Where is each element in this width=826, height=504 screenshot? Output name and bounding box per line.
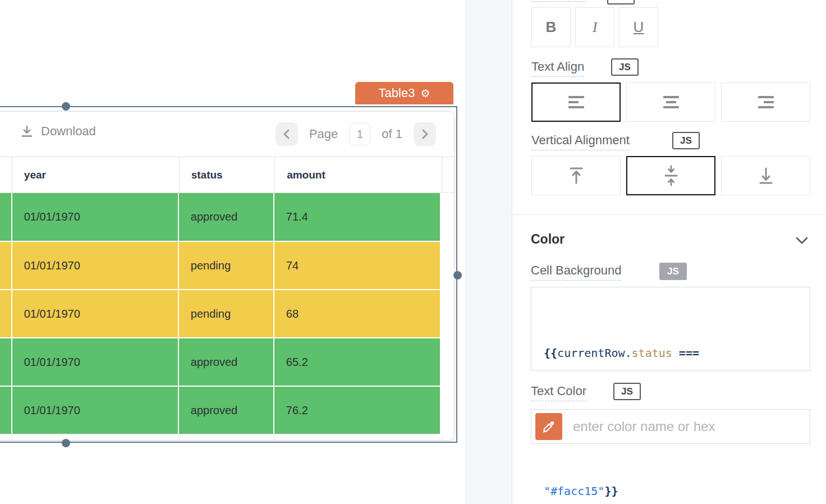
table-row[interactable]: 01/01/1970 approved 76.2 [0, 386, 454, 434]
table-row[interactable]: 01/01/1970 pending 68 [0, 289, 454, 337]
widget-tag-label: Table3 [379, 86, 415, 100]
valign-bottom-button[interactable] [721, 156, 810, 195]
code-line: {{currentRow.status === [544, 342, 797, 365]
cell-year[interactable]: 01/01/1970 [12, 242, 179, 289]
valign-bottom-icon [756, 165, 776, 186]
text-align-label[interactable]: Text Align [531, 59, 584, 77]
cell-year[interactable]: 01/01/1970 [12, 387, 179, 434]
italic-icon: I [593, 19, 598, 36]
chevron-right-icon [420, 129, 429, 140]
editor-canvas[interactable]: Table3 ⚙ Download [0, 0, 465, 504]
table-widget[interactable]: Download Page of 1 [0, 111, 455, 441]
cell-background-code-editor[interactable]: {{currentRow.status === "approved" ? "#2… [531, 287, 810, 371]
code-line: "#facc15"}} [544, 480, 797, 503]
emphasis-label[interactable]: Emphasis [531, 0, 586, 2]
header-cell-year[interactable]: year [12, 157, 180, 193]
page-of-label: of 1 [382, 127, 402, 141]
color-section-title: Color [531, 232, 565, 247]
resize-handle-top[interactable] [62, 102, 70, 111]
italic-button[interactable]: I [575, 7, 614, 47]
valign-top-icon [566, 165, 586, 186]
cell-amount[interactable]: 74 [274, 242, 441, 289]
bold-button[interactable]: B [531, 7, 571, 47]
vertical-alignment-label[interactable]: Vertical Alignment [531, 133, 630, 150]
widget-tag-table3[interactable]: Table3 ⚙ [355, 82, 453, 104]
canvas-gutter [465, 0, 512, 504]
align-right-button[interactable] [721, 83, 810, 122]
align-center-button[interactable] [626, 83, 715, 122]
app-window: Table3 ⚙ Download [0, 0, 826, 504]
header-cell-amount[interactable]: amount [275, 157, 442, 193]
download-label: Download [41, 124, 96, 139]
table-grid: year status amount 01/01/1970 approved 7… [0, 157, 454, 441]
table-row[interactable]: 01/01/1970 approved 65.2 [0, 337, 454, 386]
text-align-js-toggle[interactable]: JS [611, 58, 639, 76]
text-color-js-toggle[interactable]: JS [613, 383, 641, 400]
cell-background-label[interactable]: Cell Background [531, 263, 621, 281]
align-right-icon [758, 96, 774, 108]
cell-background-js-toggle[interactable]: JS [659, 263, 687, 280]
cell-status[interactable]: approved [179, 387, 274, 434]
cell-year[interactable]: 01/01/1970 [12, 290, 179, 337]
underline-button[interactable]: U [619, 7, 658, 47]
resize-handle-right[interactable] [453, 271, 462, 280]
cell-status[interactable]: approved [179, 193, 274, 241]
cell-amount[interactable]: 68 [274, 290, 441, 337]
valign-center-button[interactable] [626, 156, 715, 195]
bold-icon: B [546, 19, 557, 36]
align-left-icon [568, 96, 584, 108]
cell-status[interactable]: approved [179, 338, 274, 386]
chevron-left-icon [282, 129, 291, 140]
cell-year[interactable]: 01/01/1970 [12, 193, 179, 241]
color-picker-swatch[interactable] [535, 413, 562, 440]
underline-icon: U [634, 19, 644, 36]
page-number-input[interactable] [349, 123, 370, 145]
resize-handle-bottom[interactable] [62, 439, 70, 447]
page-label: Page [309, 127, 338, 141]
text-color-input-group [531, 409, 810, 444]
text-color-input[interactable] [562, 419, 810, 434]
cell-amount[interactable]: 65.2 [274, 338, 441, 386]
panel-section-divider [512, 214, 826, 215]
prev-page-button[interactable] [276, 122, 298, 146]
table-row[interactable]: 01/01/1970 approved 71.4 [0, 193, 454, 241]
table-header-row: year status amount [0, 157, 454, 193]
cell-amount[interactable]: 71.4 [274, 193, 441, 241]
align-center-icon [663, 96, 679, 108]
text-color-label[interactable]: Text Color [531, 384, 586, 401]
cell-amount[interactable]: 76.2 [274, 387, 441, 434]
gear-icon[interactable]: ⚙ [420, 88, 430, 99]
valign-center-icon [661, 164, 681, 187]
header-cell-spacer [0, 157, 12, 193]
download-button[interactable]: Download [20, 124, 96, 139]
cell-status[interactable]: pending [179, 242, 274, 289]
valign-top-button[interactable] [531, 156, 621, 195]
cell-year[interactable]: 01/01/1970 [12, 338, 179, 386]
cell-status[interactable]: pending [179, 290, 274, 337]
header-cell-status[interactable]: status [180, 157, 275, 193]
pagination: Page of 1 [276, 122, 436, 146]
emphasis-js-toggle[interactable]: JS [607, 0, 635, 4]
vertical-alignment-js-toggle[interactable]: JS [672, 132, 700, 149]
table-toolbar: Download Page of 1 [0, 112, 454, 157]
next-page-button[interactable] [414, 122, 436, 146]
eyedropper-icon [542, 419, 556, 434]
chevron-down-icon[interactable] [793, 235, 810, 246]
header-cell-gutter [442, 157, 454, 193]
align-left-button[interactable] [531, 83, 621, 122]
download-icon [20, 125, 34, 138]
table-row[interactable]: 01/01/1970 pending 74 [0, 241, 454, 289]
